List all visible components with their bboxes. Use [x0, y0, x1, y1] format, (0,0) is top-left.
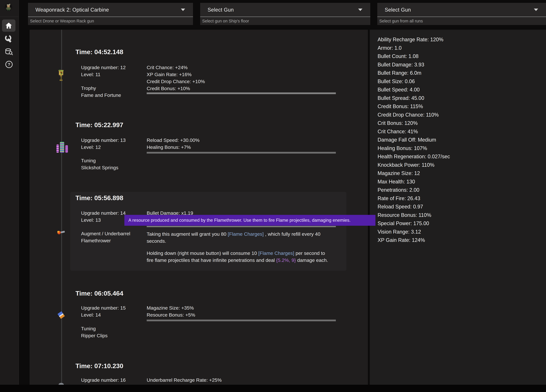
upgrade-number: Upgrade number: 14: [81, 210, 126, 216]
tooltip-text: A resource produced and consumed by the …: [128, 218, 351, 223]
gun-stat-line: Rate of Fire: 26.43: [377, 194, 450, 203]
event-time: Time: 07:10.230: [76, 362, 123, 370]
gun-stat-line: Special Power: 175.00: [377, 219, 450, 228]
progress-bar: [147, 226, 336, 227]
gun-stat-line: Bullet Count: 1.08: [377, 52, 450, 61]
gun-stat-line: Magazine Size: 12: [377, 169, 450, 177]
upgrade-category: Trophy: [81, 85, 96, 91]
select-floor-gun: Select Gun Select gun on Ship's floor: [200, 3, 370, 25]
ripper-clips-icon: [56, 310, 67, 321]
gun-stat-line: Resource Bonus: 110%: [377, 211, 450, 219]
flame-charges-tooltip: A resource produced and consumed by the …: [124, 215, 376, 226]
term-blue: [Flame Charges]: [258, 250, 294, 256]
progress-bar: [147, 320, 336, 321]
upgrade-stat: Healing Bonus: +7%: [147, 145, 191, 150]
gun-stat-line: Knockback Power: 110%: [377, 161, 450, 169]
chevron-down-icon: [534, 9, 538, 11]
trophy-icon: [58, 68, 65, 82]
upgrade-stat: Magazine Size: +35%: [147, 305, 194, 311]
wrench-icon: [5, 35, 13, 43]
gun-stat-line: Max Health: 130: [377, 177, 450, 186]
upgrade-category: Augment / Underbarrel: [81, 231, 130, 236]
upgrade-number: Upgrade number: 12: [81, 65, 126, 70]
gun-stat-line: Bullet Spread: 45.00: [377, 94, 450, 102]
upgrade-stat: Reload Speed: +30.00%: [147, 137, 200, 143]
floor-gun-dropdown-value: Select Gun: [208, 7, 234, 13]
progress-bar: [147, 152, 336, 154]
gun-stat-line: Damage Fall Off: Medium: [377, 136, 450, 144]
upgrade-category: Tuning: [81, 326, 96, 331]
gun-stat-line: Credit Bonus: 115%: [377, 102, 450, 111]
all-runs-gun-dropdown-caption: Select gun from all runs: [377, 17, 546, 25]
upgrade-stat: Underbarrel Recharge Rate: +25%: [147, 377, 222, 383]
event-time: Time: 04:52.148: [76, 48, 123, 56]
upgrade-item-name: Fame and Fortune: [81, 92, 121, 98]
augment-description: Holding down (right mouse button) will c…: [147, 250, 338, 264]
gun-stat-line: Bullet Range: 6.0m: [377, 69, 450, 77]
sidebar-item-data-search[interactable]: [5, 48, 13, 56]
upgrade-level: Level: 11: [81, 72, 100, 77]
upgrade-number: Upgrade number: 16: [81, 377, 126, 383]
bottom-edge-strip: [0, 385, 546, 392]
sidebar: ?: [0, 0, 19, 392]
event-time: Time: 05:22.997: [76, 121, 123, 129]
term-purple: {5.2%, 9}: [276, 257, 296, 263]
svg-text:?: ?: [8, 62, 10, 67]
upgrade-level: Level: 12: [81, 145, 101, 150]
chevron-down-icon: [181, 9, 185, 11]
help-icon: ?: [5, 61, 13, 68]
upgrade-stat: XP Gain Rate: +16%: [147, 72, 192, 77]
upgrade-item-name: Ripper Clips: [81, 333, 108, 338]
augment-description: Taking this augment will grant you 80 [F…: [147, 231, 338, 245]
avatar[interactable]: [5, 3, 12, 11]
upgrade-stat: Crit Chance: +24%: [147, 65, 188, 70]
weaponrack-dropdown-caption: Select Drone or Weapon Rack gun: [28, 17, 193, 25]
upgrade-number: Upgrade number: 15: [81, 305, 126, 311]
gun-stat-line: Ability Recharge Rate: 120%: [377, 35, 450, 44]
home-icon: [5, 22, 12, 29]
upgrade-item-name: Slickshot Springs: [81, 165, 118, 171]
all-runs-gun-dropdown[interactable]: Select Gun: [377, 3, 546, 17]
floor-gun-dropdown-caption: Select gun on Ship's floor: [200, 17, 370, 25]
floor-gun-dropdown[interactable]: Select Gun: [200, 3, 370, 17]
select-weaponrack: Weaponrack 2: Optical Carbine Select Dro…: [28, 3, 193, 25]
term-blue: [Flame Charges]: [228, 231, 264, 237]
sidebar-item-tools[interactable]: [5, 35, 13, 43]
upgrade-category: Tuning: [81, 158, 96, 164]
upgrade-stat: Credit Bonus: +10%: [147, 86, 190, 91]
weaponrack-dropdown[interactable]: Weaponrack 2: Optical Carbine: [28, 3, 193, 17]
sidebar-item-help[interactable]: ?: [5, 61, 13, 68]
gun-stat-line: Vision Range: 3.12: [377, 228, 450, 236]
event-time: Time: 05:56.898: [76, 194, 123, 202]
gun-stat-line: Bullet Size: 0.06: [377, 77, 450, 86]
upgrade-number: Upgrade number: 13: [81, 137, 126, 143]
gun-stat-line: Bullet Damage: 3.93: [377, 61, 450, 69]
gun-stat-line: XP Gain Rate: 124%: [377, 236, 450, 244]
avatar-pixel-art: [5, 3, 12, 11]
database-search-icon: [5, 48, 13, 56]
progress-bar: [147, 92, 336, 94]
gun-stat-line: Crit Bonus: 120%: [377, 119, 450, 127]
upgrade-stat: Resource Bonus: +5%: [147, 312, 195, 318]
upgrade-level: Level: 13: [81, 217, 101, 223]
sidebar-item-home[interactable]: [2, 19, 15, 32]
flamethrower-icon: [56, 228, 66, 237]
gun-stat-line: Reload Speed: 0.97: [377, 202, 450, 211]
gun-stat-line: Penetrations: 2.00: [377, 186, 450, 194]
upgrade-stat: Credit Drop Chance: +10%: [147, 79, 205, 84]
weaponrack-dropdown-value: Weaponrack 2: Optical Carbine: [35, 7, 109, 13]
upgrade-level: Level: 14: [81, 312, 101, 318]
all-runs-gun-dropdown-value: Select Gun: [385, 7, 411, 13]
gun-stat-line: Crit Chance: 41%: [377, 127, 450, 136]
gun-stat-line: Healing Bonus: 107%: [377, 144, 450, 152]
sidebar-divider: [0, 17, 19, 17]
gun-stat-line: Armor: 1.0: [377, 44, 450, 52]
upgrade-item-name: Flamethrower: [81, 238, 111, 243]
timeline-line: [61, 30, 62, 385]
select-all-runs-gun: Select Gun Select gun from all runs: [377, 3, 546, 25]
gun-stat-line: Bullet Speed: 4.00: [377, 86, 450, 94]
app-window: ? Weaponrack 2: Optical Carbine Select D…: [0, 0, 546, 392]
chevron-down-icon: [358, 9, 362, 11]
event-time: Time: 06:05.464: [76, 290, 123, 297]
gun-stat-line: Credit Drop Chance: 110%: [377, 111, 450, 119]
